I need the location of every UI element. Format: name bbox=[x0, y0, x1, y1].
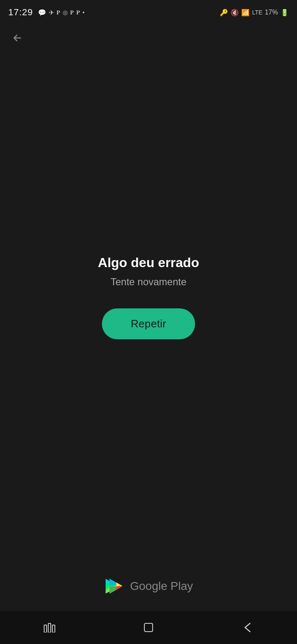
signal-icon: LTE bbox=[252, 9, 262, 16]
nav-bar bbox=[0, 611, 297, 644]
status-right-icons: 🔑 🔇 📶 LTE 17% 🔋 bbox=[220, 9, 289, 17]
battery-level: 17% bbox=[265, 9, 278, 16]
svg-rect-1 bbox=[44, 625, 47, 632]
status-bar: 17:29 💬 ✈ 𝐏 ◎ 𝐏 𝐏 • 🔑 🔇 📶 LTE 17% 🔋 bbox=[0, 0, 297, 25]
instagram-icon: ◎ bbox=[63, 9, 68, 16]
nav-home[interactable] bbox=[136, 615, 161, 640]
back-button-area bbox=[0, 25, 297, 54]
nav-recent-apps[interactable] bbox=[37, 615, 62, 640]
retry-button[interactable]: Repetir bbox=[102, 308, 195, 339]
telegram-icon: ✈ bbox=[49, 9, 54, 17]
svg-rect-2 bbox=[48, 623, 51, 632]
battery-icon: 🔋 bbox=[280, 9, 289, 17]
dot-indicator: • bbox=[82, 9, 85, 16]
status-notifications: 💬 ✈ 𝐏 ◎ 𝐏 𝐏 • bbox=[38, 9, 220, 17]
back-button[interactable] bbox=[8, 29, 26, 50]
pinterest-icon1: 𝐏 bbox=[57, 9, 60, 16]
google-play-text: Google Play bbox=[130, 580, 193, 593]
pinterest-icon2: 𝐏 bbox=[70, 9, 74, 16]
main-content: Algo deu errado Tente novamente Repetir bbox=[0, 54, 297, 566]
nav-back[interactable] bbox=[235, 615, 260, 640]
pinterest-icon3: 𝐏 bbox=[76, 9, 80, 16]
error-title: Algo deu errado bbox=[98, 255, 199, 270]
status-time: 17:29 bbox=[8, 7, 33, 18]
wifi-icon: 📶 bbox=[241, 9, 250, 17]
google-play-icon bbox=[108, 578, 124, 594]
key-icon: 🔑 bbox=[220, 9, 228, 17]
google-play-branding: Google Play bbox=[0, 566, 297, 611]
message-icon: 💬 bbox=[38, 9, 46, 17]
error-subtitle: Tente novamente bbox=[111, 276, 186, 288]
svg-rect-3 bbox=[52, 625, 55, 632]
svg-rect-4 bbox=[144, 623, 153, 632]
mute-icon: 🔇 bbox=[231, 9, 239, 17]
